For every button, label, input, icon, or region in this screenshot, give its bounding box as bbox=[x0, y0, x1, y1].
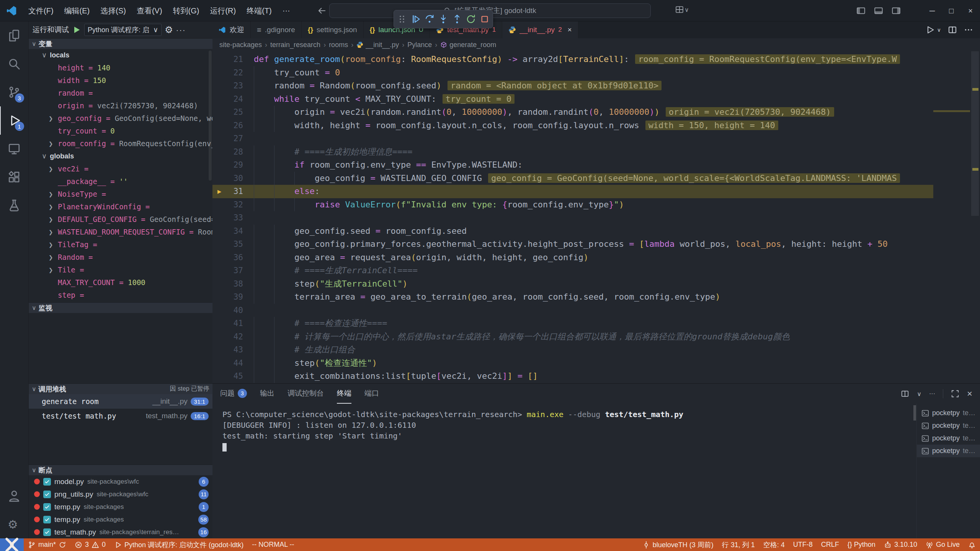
code-line[interactable]: 24while try_count < MAX_TRY_COUNT:try_co… bbox=[212, 93, 980, 106]
breadcrumb-item[interactable]: site-packages bbox=[219, 41, 262, 49]
code-line[interactable]: 22try_count = 0 bbox=[212, 66, 980, 80]
variable-row[interactable]: ❯WASTELAND_ROOM_REQUEST_CONFIG = RoomR… bbox=[29, 226, 212, 238]
panel-more-actions[interactable]: ··· bbox=[929, 390, 935, 397]
split-editor-button[interactable] bbox=[948, 25, 957, 34]
variable-row[interactable]: ❯room_config = RoomRequestConfig(env_t… bbox=[29, 137, 212, 150]
activity-testing[interactable] bbox=[0, 191, 29, 220]
variable-row[interactable]: ❯Tile = bbox=[29, 264, 212, 276]
code-line[interactable]: 45exit_combinations:list[tuple[vec2i, ve… bbox=[212, 370, 980, 383]
code-line[interactable]: 23random = Random(room_config.seed)rando… bbox=[212, 79, 980, 93]
menu-more-button[interactable]: ··· bbox=[277, 6, 296, 15]
code-line[interactable]: 21def generate_room(room_config: RoomReq… bbox=[212, 53, 980, 66]
variable-scope[interactable]: ∨locals bbox=[29, 49, 212, 62]
breadcrumb-item[interactable]: Pylance bbox=[407, 41, 432, 49]
variable-row[interactable]: __package__ = '' bbox=[29, 175, 212, 188]
breakpoint-row[interactable]: test_math.pysite-packages\terrain_res… 1… bbox=[29, 526, 212, 538]
stack-frame[interactable]: generate_room__init__.py 31:1 bbox=[29, 394, 212, 409]
breadcrumb-item[interactable]: __init__.py bbox=[356, 41, 399, 49]
activity-extensions[interactable] bbox=[0, 163, 29, 191]
breakpoint-checkbox[interactable] bbox=[43, 503, 51, 511]
notifications-bell[interactable] bbox=[964, 538, 980, 551]
tab-__init__.py[interactable]: __init__.py2 × bbox=[502, 21, 578, 38]
code-line[interactable]: 26width, height = room_config.layout.n_c… bbox=[212, 119, 980, 132]
menu-item[interactable]: 文件(F) bbox=[23, 0, 59, 21]
minimize-button[interactable]: ─ bbox=[923, 0, 942, 21]
language-mode[interactable]: {} Python bbox=[843, 538, 880, 551]
terminal-instance[interactable]: pocketpyte… bbox=[917, 432, 980, 445]
panel-tab-输出[interactable]: 输出 bbox=[260, 384, 274, 404]
terminal-instance[interactable]: pocketpyte… bbox=[917, 445, 980, 457]
terminal-output[interactable]: PS C:\computer_science\godot-ldtk\site-p… bbox=[212, 404, 917, 539]
code-line[interactable]: 30geo_config = WASTELAND_GEO_CONFIGgeo_c… bbox=[212, 172, 980, 185]
layout-dropdown[interactable]: ∨ bbox=[675, 5, 689, 14]
code-line[interactable]: 25origin = vec2i(random.randint(0, 10000… bbox=[212, 106, 980, 119]
code-line[interactable]: 37# ====生成TerrainCell==== bbox=[212, 264, 980, 277]
drag-grip[interactable] bbox=[397, 14, 407, 24]
split-terminal-icon[interactable] bbox=[901, 390, 909, 398]
stop-button[interactable] bbox=[480, 14, 490, 24]
variable-row[interactable]: height = 140 bbox=[29, 62, 212, 74]
code-line[interactable]: 41# ====检查连通性==== bbox=[212, 317, 980, 330]
step-out-button[interactable] bbox=[452, 14, 462, 24]
indentation[interactable]: 空格: 4 bbox=[759, 538, 789, 551]
menu-item[interactable]: 选择(S) bbox=[95, 0, 131, 21]
menu-item[interactable]: 转到(G) bbox=[168, 0, 205, 21]
breadcrumb-item[interactable]: terrain_research bbox=[270, 41, 320, 49]
breakpoint-row[interactable]: model.pysite-packages\wfc 6 bbox=[29, 475, 212, 488]
panel-tab-端口[interactable]: 端口 bbox=[364, 384, 379, 404]
variable-row[interactable]: ❯NoiseType = bbox=[29, 188, 212, 201]
variable-row[interactable]: ❯Random = bbox=[29, 251, 212, 264]
tab-.gdignore[interactable]: ≡.gdignore bbox=[251, 21, 302, 38]
variable-row[interactable]: try_count = 0 bbox=[29, 125, 212, 137]
panel-tab-终端[interactable]: 终端 bbox=[337, 384, 351, 404]
remote-indicator[interactable] bbox=[0, 538, 24, 551]
menu-item[interactable]: 终端(T) bbox=[241, 0, 277, 21]
variable-row[interactable]: width = 150 bbox=[29, 74, 212, 87]
menu-item[interactable]: 运行(R) bbox=[204, 0, 241, 21]
debug-configuration[interactable]: Python 调试程序: 启动文件 (godot-ldtk) bbox=[110, 538, 248, 551]
python-version[interactable]: 3.10.10 bbox=[880, 538, 921, 551]
breakpoint-checkbox[interactable] bbox=[43, 491, 51, 498]
breadcrumb-item[interactable]: rooms bbox=[329, 41, 348, 49]
variable-row[interactable]: ❯DEFAULT_GEO_CONFIG = GeoConfig(seed=1… bbox=[29, 213, 212, 226]
terminal-instance[interactable]: pocketpyte… bbox=[917, 419, 980, 432]
menu-item[interactable]: 编辑(E) bbox=[59, 0, 95, 21]
code-line[interactable]: 33 bbox=[212, 211, 980, 225]
terminal-instance[interactable]: pocketpyte… bbox=[917, 407, 980, 419]
variable-row[interactable]: MAX_TRY_COUNT = 1000 bbox=[29, 276, 212, 289]
maximize-panel-icon[interactable] bbox=[951, 390, 959, 398]
terminal-scrollbar[interactable] bbox=[913, 405, 916, 421]
cursor-position[interactable]: 行 31, 列 1 bbox=[718, 538, 759, 551]
variables-section-header[interactable]: ∨ 变量 bbox=[29, 38, 212, 49]
run-python-file-button[interactable] bbox=[926, 25, 935, 34]
eol-sequence[interactable]: CRLF bbox=[817, 538, 843, 551]
vim-mode[interactable]: -- NORMAL -- bbox=[248, 538, 298, 551]
code-line[interactable]: 32raise ValueError(f"Invalid env type: {… bbox=[212, 198, 980, 212]
git-branch[interactable]: main* bbox=[24, 538, 70, 551]
code-line[interactable]: 43# 生成出口组合 bbox=[212, 343, 980, 357]
code-line[interactable]: 42# 计算每一个出口的中心，然后使用astar生成路径，确保每一个出口组合都可… bbox=[212, 330, 980, 344]
code-line[interactable]: 44step("检查连通性") bbox=[212, 357, 980, 370]
activity-remote-explorer[interactable] bbox=[0, 135, 29, 163]
variable-row[interactable]: ❯vec2i = bbox=[29, 163, 212, 175]
chevron-down-icon[interactable]: ∨ bbox=[917, 390, 921, 398]
tab-欢迎[interactable]: 欢迎 bbox=[212, 21, 251, 38]
start-debug-button[interactable] bbox=[72, 25, 81, 34]
code-line[interactable]: 39terrain_area = geo_area_to_terrain(geo… bbox=[212, 290, 980, 304]
code-line[interactable]: 40 bbox=[212, 304, 980, 317]
code-line[interactable]: 28# ====生成初始地理信息==== bbox=[212, 145, 980, 159]
activity-explorer[interactable] bbox=[0, 21, 29, 50]
code-line[interactable]: 36geo_area = request_area(origin, width,… bbox=[212, 251, 980, 264]
breakpoint-row[interactable]: temp.pysite-packages 1 bbox=[29, 500, 212, 513]
problems-summary[interactable]: 30 bbox=[70, 538, 110, 551]
step-over-button[interactable] bbox=[425, 14, 434, 24]
breakpoint-checkbox[interactable] bbox=[43, 478, 51, 486]
toggle-secondary-sidebar-icon[interactable] bbox=[887, 0, 905, 21]
debug-settings-gear-icon[interactable]: ⚙ bbox=[165, 24, 173, 35]
code-line[interactable]: 27 bbox=[212, 132, 980, 145]
call-stack-section-header[interactable]: ∨ 调用堆栈 因 step 已暂停 bbox=[29, 383, 212, 394]
code-line[interactable]: 34geo_config.seed = room_config.seed bbox=[212, 225, 980, 238]
variable-row[interactable]: step = bbox=[29, 289, 212, 302]
continue-button[interactable] bbox=[411, 14, 421, 24]
breadcrumb-item[interactable]: generate_room bbox=[440, 41, 496, 49]
